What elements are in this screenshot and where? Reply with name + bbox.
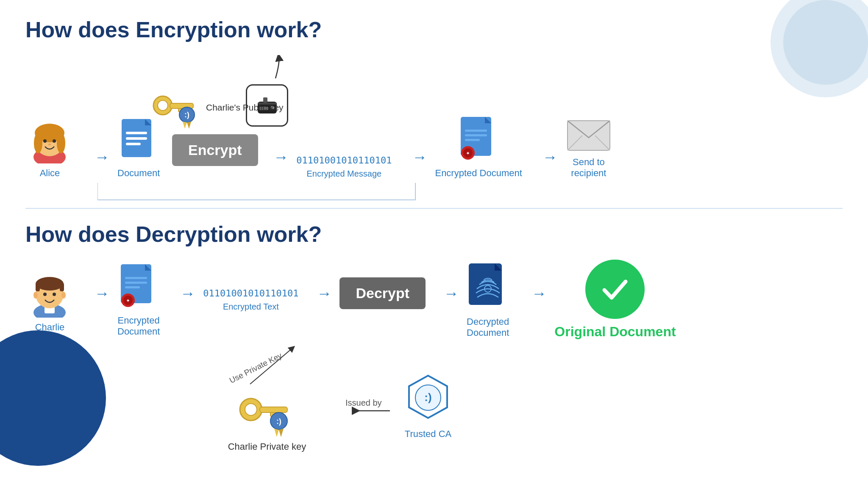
encrypted-message-label: Encrypted Message: [306, 169, 381, 179]
arrow-encdoc-to-envelope: →: [542, 148, 558, 166]
decrypted-doc-item: Decrypted Document: [467, 261, 509, 338]
arrow-decrypt-to-fpdoc: →: [444, 285, 459, 302]
encryption-section: How does Encryption work?: [25, 17, 843, 204]
svg-point-45: [53, 293, 56, 296]
original-document-item: Original Document: [554, 260, 676, 340]
svg-rect-42: [36, 283, 40, 291]
svg-rect-29: [465, 130, 487, 132]
svg-marker-67: [274, 429, 279, 437]
arrow-charlie-to-encdoc2: →: [95, 285, 110, 302]
alice-item: Alice: [25, 113, 74, 179]
svg-rect-31: [465, 139, 480, 141]
charlie-label: Charlie: [35, 322, 65, 333]
original-document-label: Original Document: [554, 324, 676, 340]
arrow-encrypt-to-binary: →: [273, 148, 289, 166]
charlies-public-key-label: Charlie's Public key: [206, 102, 284, 113]
arrow-alice-to-doc: →: [95, 148, 110, 166]
svg-text::): :): [184, 111, 189, 119]
alice-label: Alice: [40, 168, 60, 179]
svg-rect-17: [126, 143, 141, 145]
charlie-item: Charlie: [25, 267, 74, 333]
trusted-ca-icon: :): [403, 374, 453, 424]
svg-text::): :): [424, 391, 431, 404]
issued-by-arrow: Issued by: [343, 398, 394, 415]
trusted-ca-label: Trusted CA: [405, 429, 451, 440]
arrow-binary-to-encdoc: →: [412, 148, 427, 166]
encrypted-doc2-icon: ✦: [119, 262, 159, 311]
encrypted-text-label: Encrypted Text: [223, 302, 279, 312]
decrypted-doc-label: Decrypted Document: [467, 316, 509, 338]
curved-arrow-icon: [250, 55, 284, 80]
encryption-title: How does Encryption work?: [25, 17, 843, 42]
svg-rect-30: [465, 134, 487, 136]
private-key-icon: :): [233, 386, 301, 441]
svg-marker-68: [279, 429, 284, 437]
encrypt-button[interactable]: Encrypt: [172, 134, 258, 166]
charlie-private-key-label: Charlie Private key: [228, 441, 306, 452]
arrow-encdoc2-to-binary2: →: [180, 285, 195, 302]
green-check-circle: [585, 260, 645, 319]
charlie-avatar: [25, 267, 74, 318]
svg-point-47: [61, 292, 66, 299]
svg-rect-50: [125, 277, 147, 279]
svg-rect-62: [260, 407, 287, 412]
encrypted-doc2-label: Encrypted Document: [117, 315, 160, 337]
svg-point-61: [245, 404, 257, 415]
decrypt-button-item: Decrypt: [339, 277, 426, 322]
use-private-key-text: Use Private Key: [228, 351, 284, 385]
svg-point-19: [158, 100, 168, 111]
svg-text:✦: ✦: [126, 298, 130, 304]
flow-line-encryption: [97, 181, 500, 202]
issued-by-text: Issued by: [345, 398, 382, 407]
section-divider: [25, 208, 843, 209]
decrypt-button[interactable]: Decrypt: [339, 277, 426, 309]
svg-point-12: [48, 144, 51, 145]
encrypted-doc-label: Encrypted Document: [435, 168, 522, 179]
svg-text:✦: ✦: [466, 150, 470, 156]
svg-point-8: [34, 133, 42, 153]
svg-rect-15: [126, 132, 147, 134]
decrypted-doc-icon: [467, 261, 509, 312]
decryption-flow: Charlie → ✦ Encrypted Document: [25, 260, 843, 340]
encrypted-doc-icon: ✦: [459, 115, 499, 163]
decryption-title: How does Decryption work?: [25, 221, 843, 247]
svg-marker-25: [183, 122, 187, 129]
svg-point-10: [43, 139, 47, 143]
arrow-fpdoc-to-original: →: [531, 285, 547, 302]
send-to-recipient-item: Send to recipient: [565, 114, 612, 179]
svg-marker-26: [187, 122, 191, 129]
svg-rect-16: [126, 137, 147, 140]
svg-text::): :): [276, 417, 281, 426]
envelope-icon: [565, 114, 612, 152]
alice-avatar: [25, 113, 74, 163]
decryption-section: How does Decryption work?: [25, 221, 843, 452]
svg-point-11: [53, 139, 56, 143]
svg-point-46: [33, 292, 38, 299]
send-to-recipient-label: Send to recipient: [571, 157, 606, 179]
svg-point-9: [57, 133, 65, 153]
svg-rect-43: [60, 283, 64, 291]
document-label: Document: [117, 168, 160, 179]
encrypted-text-item: 01101001010110101 Encrypted Text: [203, 288, 298, 312]
svg-point-44: [43, 293, 47, 296]
trusted-ca-item: :) Trusted CA: [403, 374, 453, 440]
checkmark-icon: [598, 272, 632, 306]
binary-text2: 01101001010110101: [203, 288, 298, 299]
arrow-binary2-to-decrypt: →: [317, 285, 332, 302]
svg-rect-51: [125, 282, 147, 284]
binary-text: 01101001010110101: [296, 155, 392, 166]
encrypted-doc2-item: ✦ Encrypted Document: [117, 262, 160, 337]
svg-rect-52: [125, 286, 140, 288]
encrypted-doc-item: ✦ Encrypted Document: [435, 115, 522, 179]
key-cert-icon: :): [147, 84, 202, 131]
private-key-arrow: Use Private Key: [225, 344, 309, 386]
encrypted-message-item: 01101001010110101 Encrypted Message: [296, 155, 392, 179]
